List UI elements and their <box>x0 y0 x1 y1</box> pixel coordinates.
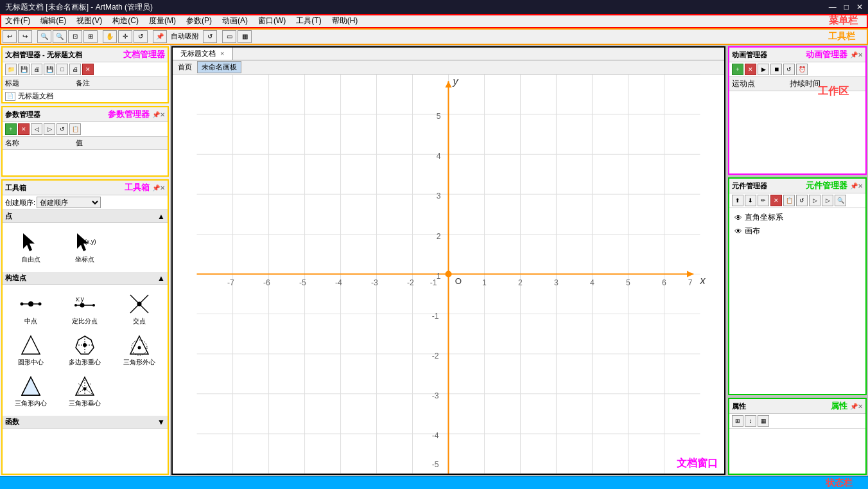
menu-tools[interactable]: 工具(T) <box>291 14 326 28</box>
toolbox-sort-select[interactable]: 创建顺序 <box>37 197 101 208</box>
undo-button[interactable]: ↩ <box>3 30 17 43</box>
comp-copy-button[interactable]: 📋 <box>783 195 795 206</box>
toolbox-item-intersect[interactable]: 交点 <box>114 290 165 328</box>
svg-point-10 <box>74 304 77 307</box>
param-refresh-button[interactable]: ↺ <box>56 123 68 135</box>
doc-new-button[interactable]: 📁 <box>5 64 17 75</box>
props-sort-button[interactable]: ↕ <box>745 415 756 427</box>
record-button[interactable]: ▭ <box>222 30 236 43</box>
toolbox-item-circle-center[interactable]: 圆形中心 <box>5 331 56 369</box>
comp-search-button[interactable]: 🔍 <box>835 195 846 206</box>
minimize-button[interactable]: — <box>829 3 837 12</box>
menu-file[interactable]: 文件(F) <box>0 14 35 28</box>
anim-close-button[interactable]: ✕ <box>858 51 863 58</box>
breadcrumb-page[interactable]: 未命名画板 <box>197 61 241 73</box>
doc-tab-main[interactable]: 无标题文档 × <box>173 48 233 60</box>
param-prev-button[interactable]: ◁ <box>31 123 42 135</box>
toolbox-section-points-toggle[interactable]: ▲ <box>157 212 165 221</box>
x-tick-5: 5 <box>626 278 630 287</box>
toolbox-section-functions-toggle[interactable]: ▼ <box>157 418 165 427</box>
toolbox-section-construct-header[interactable]: 构造点 ▲ <box>3 272 168 285</box>
param-next-button[interactable]: ▷ <box>44 123 55 135</box>
toolbox-item-ratio-point[interactable]: x:y 定比分点 <box>59 290 110 328</box>
menu-edit[interactable]: 编辑(E) <box>35 14 71 28</box>
menu-construct[interactable]: 构造(C) <box>107 14 144 28</box>
menu-help[interactable]: 帮助(H) <box>327 14 363 28</box>
toolbox-section-functions-header[interactable]: 函数 ▼ <box>3 416 168 429</box>
comp-manager-title: 元件管理器 <box>732 181 767 191</box>
anim-pin-button[interactable]: 📌 <box>850 51 858 58</box>
anim-timer-button[interactable]: ⏰ <box>796 64 808 75</box>
doc-saveas-button[interactable]: 💾 <box>44 64 55 75</box>
param-close-button[interactable]: ✕ <box>160 111 165 118</box>
toolbox-pin-button[interactable]: 📌 <box>152 184 160 191</box>
menu-measure[interactable]: 度量(M) <box>144 14 181 28</box>
toolbox-item-tri-orthocenter[interactable]: 三角形垂心 <box>59 372 110 411</box>
menu-view[interactable]: 视图(V) <box>71 14 107 28</box>
comp-close-button[interactable]: ✕ <box>858 182 863 190</box>
comp-delete-button[interactable]: ✕ <box>770 195 782 206</box>
comp-item-canvas[interactable]: 👁 画布 <box>732 224 863 238</box>
param-copy-button[interactable]: 📋 <box>69 123 81 135</box>
menu-animation[interactable]: 动画(A) <box>217 14 253 28</box>
doc-item[interactable]: 📄 无标题文档 <box>3 90 168 102</box>
comp-item-canvas-eye[interactable]: 👁 <box>734 227 742 236</box>
redo-button[interactable]: ↪ <box>18 30 32 43</box>
toolbox-item-midpoint[interactable]: 中点 <box>5 290 56 328</box>
menu-window[interactable]: 窗口(W) <box>253 14 291 28</box>
comp-edit-button[interactable]: ✏ <box>758 195 769 206</box>
doc-save-button[interactable]: 💾 <box>18 64 30 75</box>
comp-item-coord[interactable]: 👁 直角坐标系 <box>732 211 863 224</box>
doc-print-button[interactable]: 🖨 <box>31 64 42 75</box>
comp-play-button[interactable]: ▷ <box>809 195 820 206</box>
menu-params[interactable]: 参数(P) <box>181 14 217 28</box>
props-grid-button[interactable]: ⊞ <box>732 415 743 427</box>
toolbox-section-points-header[interactable]: 点 ▲ <box>3 210 168 223</box>
fullscreen-button[interactable]: ⊞ <box>83 30 98 43</box>
zoom-in-button[interactable]: 🔍 <box>53 30 67 43</box>
comp-pin-button[interactable]: 📌 <box>850 182 858 190</box>
refresh-button[interactable]: ↺ <box>203 30 217 43</box>
props-close-button[interactable]: ✕ <box>858 403 863 410</box>
zoom-out-button[interactable]: 🔍 <box>37 30 51 43</box>
toolbox-close-button[interactable]: ✕ <box>160 184 165 191</box>
toolbox-item-free-point[interactable]: 自由点 <box>5 228 56 267</box>
toolbox-item-tri-incenter[interactable]: 三角形内心 <box>5 372 56 411</box>
anim-toolbar: + ✕ ▶ ⏹ ↺ ⏰ <box>729 62 865 77</box>
anim-add-button[interactable]: + <box>732 64 743 75</box>
pan-button[interactable]: ✋ <box>103 30 117 43</box>
zoom-fit-button[interactable]: ⊡ <box>68 30 82 43</box>
anim-play-button[interactable]: ▶ <box>758 64 769 75</box>
breadcrumb-home[interactable]: 首页 <box>178 62 192 72</box>
doc-close-button[interactable]: ✕ <box>82 64 94 75</box>
comp-item-coord-eye[interactable]: 👁 <box>734 213 742 222</box>
select-button[interactable]: ✛ <box>118 30 132 43</box>
toolbox-item-poly-centroid[interactable]: 多边形重心 <box>59 331 110 369</box>
comp-play2-button[interactable]: ▷ <box>822 195 833 206</box>
toolbox-item-coord-point[interactable]: (x,y) 坐标点 <box>59 228 110 267</box>
maximize-button[interactable]: □ <box>844 3 849 12</box>
param-add-button[interactable]: + <box>5 123 17 135</box>
param-pin-button[interactable]: 📌 <box>152 111 160 118</box>
props-pin-button[interactable]: 📌 <box>850 403 858 410</box>
toolbox-item-tri-circumcenter[interactable]: 三角形外心 <box>114 331 165 369</box>
snap-icon[interactable]: 📌 <box>153 30 167 43</box>
toolbox-section-construct-toggle[interactable]: ▲ <box>157 274 165 283</box>
graph-area[interactable]: x y O -7 -6 -5 -4 -3 -2 -1 1 2 3 4 5 6 7… <box>173 75 724 474</box>
doc-export-button[interactable]: 🖨 <box>69 64 81 75</box>
comp-up-button[interactable]: ⬆ <box>732 195 743 206</box>
props-table-button[interactable]: ▦ <box>758 415 769 427</box>
doc-window-button[interactable]: □ <box>56 64 68 75</box>
anim-reset-button[interactable]: ↺ <box>783 64 795 75</box>
anim-delete-button[interactable]: ✕ <box>745 64 756 75</box>
close-button[interactable]: ✕ <box>856 3 863 12</box>
rotate-button[interactable]: ↺ <box>134 30 148 43</box>
props-panel: 属性 属性 📌 ✕ ⊞ ↕ ▦ <box>728 398 867 475</box>
grid-button[interactable]: ▦ <box>238 30 252 43</box>
doc-tab-close-button[interactable]: × <box>220 49 224 57</box>
anim-stop-button[interactable]: ⏹ <box>770 64 782 75</box>
param-delete-button[interactable]: ✕ <box>18 123 30 135</box>
comp-down-button[interactable]: ⬇ <box>745 195 756 206</box>
status-bar: 状态栏 <box>0 476 868 489</box>
comp-refresh-button[interactable]: ↺ <box>796 195 808 206</box>
